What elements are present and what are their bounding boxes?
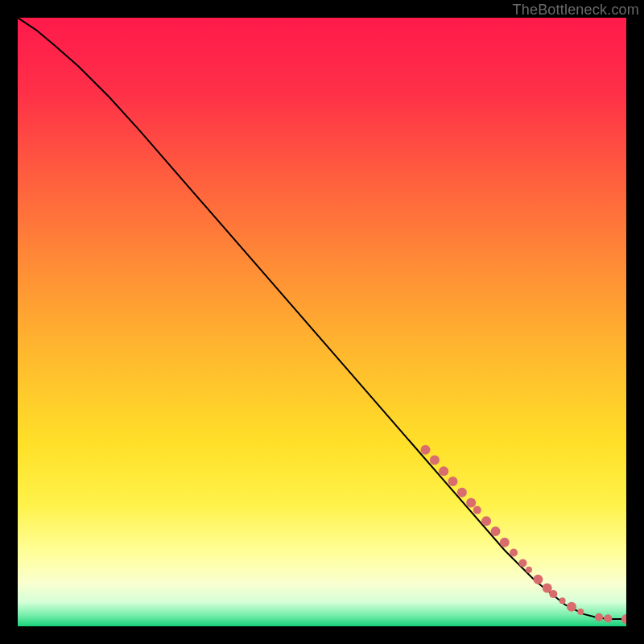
scatter-dot <box>466 498 476 508</box>
plot-area <box>18 18 626 626</box>
scatter-dot <box>533 575 543 584</box>
scatter-dot <box>430 456 440 465</box>
scatter-dot <box>559 597 566 604</box>
scatter-dot <box>457 488 467 497</box>
scatter-dot <box>567 602 576 612</box>
scatter-dot <box>519 559 527 567</box>
scatter-dot <box>448 477 458 486</box>
scatter-points <box>421 445 627 624</box>
attribution-label: TheBottleneck.com <box>513 2 639 19</box>
curve-line <box>18 18 626 619</box>
scatter-dot <box>595 613 603 621</box>
chart-overlay <box>18 18 626 626</box>
scatter-dot <box>621 614 626 624</box>
scatter-dot <box>481 516 491 526</box>
scatter-dot <box>439 466 448 476</box>
scatter-dot <box>491 526 501 536</box>
scatter-dot <box>526 567 532 573</box>
scatter-dot <box>500 538 510 547</box>
scatter-dot <box>421 445 431 455</box>
scatter-dot <box>473 506 481 514</box>
scatter-dot <box>510 549 518 557</box>
stage: TheBottleneck.com <box>0 0 644 644</box>
scatter-dot <box>577 609 584 615</box>
scatter-dot <box>549 590 557 598</box>
scatter-dot <box>604 614 612 622</box>
